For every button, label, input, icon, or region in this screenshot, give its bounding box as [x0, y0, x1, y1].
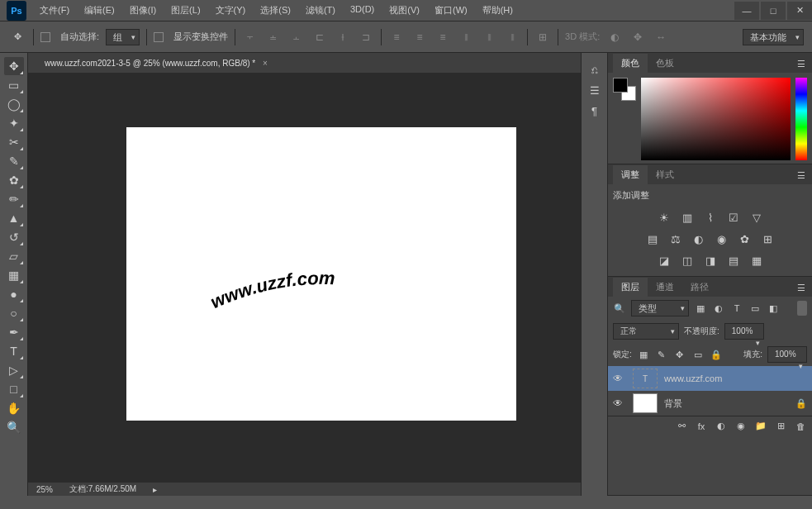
dodge-tool[interactable]: ○ — [4, 304, 24, 322]
3d-pan-icon[interactable]: ✥ — [629, 30, 646, 45]
vibrance-adjust-icon[interactable]: ▽ — [748, 210, 765, 225]
layer-item-background[interactable]: 👁 背景 🔒 — [608, 391, 812, 416]
channel-mixer-icon[interactable]: ✿ — [737, 231, 753, 246]
zoom-level[interactable]: 25% — [36, 485, 53, 494]
brush-tool[interactable]: ✏ — [4, 190, 24, 208]
character-panel-icon[interactable]: ¶ — [586, 102, 604, 120]
channels-tab[interactable]: 通道 — [648, 278, 682, 297]
history-brush-tool[interactable]: ↺ — [4, 228, 24, 246]
canvas[interactable]: www.uzzf.com — [126, 127, 516, 421]
zoom-tool[interactable]: 🔍 — [4, 418, 24, 436]
menu-help[interactable]: 帮助(H) — [476, 1, 520, 20]
menu-filter[interactable]: 滤镜(T) — [299, 1, 342, 20]
levels-adjust-icon[interactable]: ▥ — [679, 210, 696, 225]
healing-tool[interactable]: ✿ — [4, 171, 24, 189]
menu-file[interactable]: 文件(F) — [33, 1, 76, 20]
document-size[interactable]: 文档:7.66M/2.50M — [69, 483, 136, 495]
lock-position-icon[interactable]: ✥ — [673, 348, 686, 361]
menu-type[interactable]: 文字(Y) — [209, 1, 253, 20]
auto-select-target-dropdown[interactable]: 组 — [106, 29, 140, 45]
visibility-toggle[interactable]: 👁 — [613, 397, 626, 409]
adjustments-tab[interactable]: 调整 — [613, 165, 648, 184]
layer-kind-dropdown[interactable]: 类型 — [631, 300, 689, 316]
layer-filter-icon[interactable]: 🔍 — [613, 302, 626, 315]
swatches-tab[interactable]: 色板 — [648, 54, 682, 73]
fg-bg-colors[interactable] — [613, 78, 636, 101]
layer-mask-icon[interactable]: ◐ — [715, 420, 728, 433]
document-tab[interactable]: www.uzzf.com2021-3-5 @ 25% (www.uzzf.com… — [38, 55, 274, 71]
distribute-top-icon[interactable]: ≡ — [388, 30, 405, 45]
align-top-icon[interactable]: ⫟ — [242, 30, 259, 45]
marquee-tool[interactable]: ▭ — [4, 76, 24, 94]
opacity-value[interactable]: 100% — [724, 323, 764, 340]
selective-color-icon[interactable]: ▦ — [748, 253, 765, 268]
distribute-right-icon[interactable]: ⦀ — [504, 30, 520, 45]
layers-tab[interactable]: 图层 — [613, 278, 648, 297]
canvas-area[interactable]: www.uzzf.com — [28, 73, 581, 483]
menu-3d[interactable]: 3D(D) — [344, 1, 381, 20]
panel-menu-icon[interactable]: ☰ — [791, 55, 812, 73]
gradient-map-icon[interactable]: ▤ — [725, 253, 742, 268]
color-field[interactable] — [641, 78, 791, 160]
blur-tool[interactable]: ● — [4, 285, 24, 303]
posterize-adjust-icon[interactable]: ◫ — [679, 253, 696, 268]
foreground-color[interactable] — [613, 78, 628, 93]
auto-align-icon[interactable]: ⊞ — [534, 30, 551, 45]
curves-adjust-icon[interactable]: ⌇ — [702, 210, 719, 225]
photo-filter-icon[interactable]: ◉ — [714, 231, 730, 246]
align-hcenter-icon[interactable]: ⫲ — [335, 30, 351, 45]
lock-artboard-icon[interactable]: ▭ — [691, 348, 705, 361]
layer-style-icon[interactable]: fx — [695, 420, 708, 433]
threshold-adjust-icon[interactable]: ◨ — [702, 253, 719, 268]
new-group-icon[interactable]: 📁 — [754, 420, 767, 433]
layer-name[interactable]: 背景 — [664, 397, 682, 410]
panel-menu-icon[interactable]: ☰ — [791, 279, 812, 297]
new-layer-icon[interactable]: ⊞ — [774, 420, 787, 433]
distribute-bottom-icon[interactable]: ≡ — [434, 30, 451, 45]
color-balance-icon[interactable]: ⚖ — [667, 231, 684, 246]
move-tool[interactable]: ✥ — [4, 57, 24, 75]
filter-adjust-icon[interactable]: ◐ — [712, 302, 725, 315]
filter-shape-icon[interactable]: ▭ — [748, 302, 762, 315]
layer-item-text[interactable]: 👁 T www.uzzf.com — [608, 366, 812, 391]
fill-value[interactable]: 100% — [767, 346, 807, 363]
filter-pixel-icon[interactable]: ▦ — [694, 302, 707, 315]
menu-edit[interactable]: 编辑(E) — [78, 1, 121, 20]
delete-layer-icon[interactable]: 🗑 — [794, 420, 807, 433]
link-layers-icon[interactable]: ⚯ — [675, 420, 688, 433]
filter-type-icon[interactable]: T — [730, 302, 743, 315]
eyedropper-tool[interactable]: ✎ — [4, 152, 24, 170]
distribute-hcenter-icon[interactable]: ⦀ — [481, 30, 497, 45]
shape-tool[interactable]: □ — [4, 380, 24, 398]
panel-menu-icon[interactable]: ☰ — [791, 167, 812, 184]
status-arrow-icon[interactable]: ▸ — [153, 485, 157, 494]
type-tool[interactable]: T — [4, 342, 24, 360]
paths-tab[interactable]: 路径 — [682, 278, 717, 297]
color-lookup-icon[interactable]: ⊞ — [760, 231, 776, 246]
close-tab-icon[interactable]: × — [263, 59, 268, 68]
visibility-toggle[interactable]: 👁 — [613, 373, 626, 384]
lock-all-icon[interactable]: 🔒 — [710, 348, 723, 361]
lasso-tool[interactable]: ◯ — [4, 95, 24, 113]
properties-panel-icon[interactable]: ☰ — [586, 81, 604, 99]
gradient-tool[interactable]: ▦ — [4, 266, 24, 284]
stamp-tool[interactable]: ▲ — [4, 209, 24, 227]
close-button[interactable]: ✕ — [787, 2, 812, 20]
eraser-tool[interactable]: ▱ — [4, 247, 24, 265]
bw-adjust-icon[interactable]: ◐ — [691, 231, 707, 246]
lock-transparent-icon[interactable]: ▦ — [637, 348, 650, 361]
menu-window[interactable]: 窗口(W) — [428, 1, 474, 20]
3d-slide-icon[interactable]: ↔ — [653, 30, 669, 45]
exposure-adjust-icon[interactable]: ☑ — [725, 210, 742, 225]
path-select-tool[interactable]: ▷ — [4, 361, 24, 379]
pen-tool[interactable]: ✒ — [4, 323, 24, 341]
minimize-button[interactable]: — — [734, 2, 759, 20]
distribute-vcenter-icon[interactable]: ≡ — [411, 30, 428, 45]
lock-image-icon[interactable]: ✎ — [655, 348, 668, 361]
layer-name[interactable]: www.uzzf.com — [664, 373, 722, 383]
styles-tab[interactable]: 样式 — [648, 165, 682, 184]
color-tab[interactable]: 颜色 — [613, 54, 648, 73]
crop-tool[interactable]: ✂ — [4, 133, 24, 151]
menu-image[interactable]: 图像(I) — [123, 1, 163, 20]
align-vcenter-icon[interactable]: ⫨ — [265, 30, 282, 45]
